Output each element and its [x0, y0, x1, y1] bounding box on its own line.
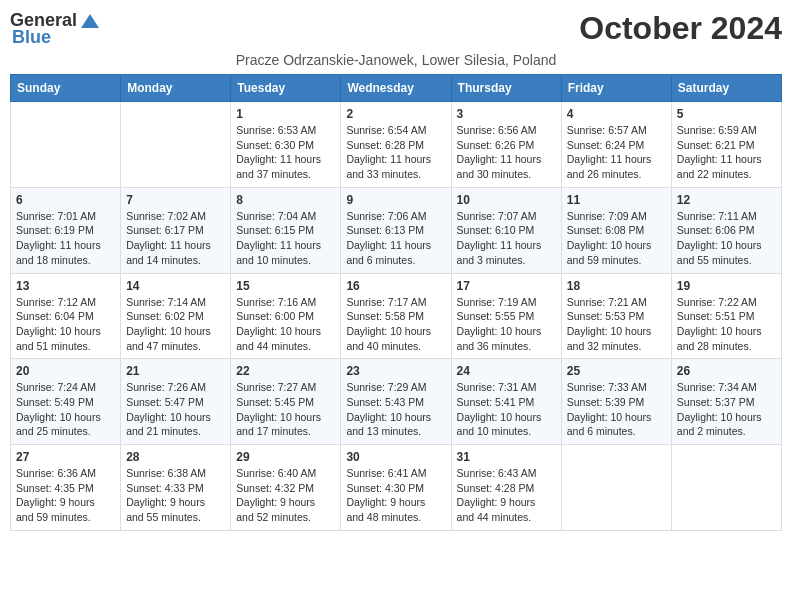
day-detail: Sunrise: 7:12 AMSunset: 6:04 PMDaylight:… [16, 295, 115, 354]
day-number: 19 [677, 279, 776, 293]
calendar-week-row: 6Sunrise: 7:01 AMSunset: 6:19 PMDaylight… [11, 187, 782, 273]
header-row: SundayMondayTuesdayWednesdayThursdayFrid… [11, 75, 782, 102]
day-detail: Sunrise: 7:16 AMSunset: 6:00 PMDaylight:… [236, 295, 335, 354]
calendar-week-row: 20Sunrise: 7:24 AMSunset: 5:49 PMDayligh… [11, 359, 782, 445]
day-detail: Sunrise: 6:40 AMSunset: 4:32 PMDaylight:… [236, 466, 335, 525]
day-number: 21 [126, 364, 225, 378]
calendar-cell: 5Sunrise: 6:59 AMSunset: 6:21 PMDaylight… [671, 102, 781, 188]
day-detail: Sunrise: 7:04 AMSunset: 6:15 PMDaylight:… [236, 209, 335, 268]
calendar-cell [671, 445, 781, 531]
day-detail: Sunrise: 6:36 AMSunset: 4:35 PMDaylight:… [16, 466, 115, 525]
day-number: 3 [457, 107, 556, 121]
calendar-cell: 17Sunrise: 7:19 AMSunset: 5:55 PMDayligh… [451, 273, 561, 359]
subtitle: Pracze Odrzanskie-Janowek, Lower Silesia… [10, 52, 782, 68]
day-number: 16 [346, 279, 445, 293]
day-detail: Sunrise: 6:57 AMSunset: 6:24 PMDaylight:… [567, 123, 666, 182]
calendar-cell: 12Sunrise: 7:11 AMSunset: 6:06 PMDayligh… [671, 187, 781, 273]
logo: General Blue [10, 10, 101, 48]
calendar-cell [11, 102, 121, 188]
logo-blue: Blue [10, 27, 51, 48]
day-of-week-header: Wednesday [341, 75, 451, 102]
month-title: October 2024 [579, 10, 782, 47]
day-detail: Sunrise: 6:53 AMSunset: 6:30 PMDaylight:… [236, 123, 335, 182]
day-number: 14 [126, 279, 225, 293]
calendar-cell: 13Sunrise: 7:12 AMSunset: 6:04 PMDayligh… [11, 273, 121, 359]
calendar-cell: 30Sunrise: 6:41 AMSunset: 4:30 PMDayligh… [341, 445, 451, 531]
calendar-cell: 24Sunrise: 7:31 AMSunset: 5:41 PMDayligh… [451, 359, 561, 445]
day-detail: Sunrise: 7:17 AMSunset: 5:58 PMDaylight:… [346, 295, 445, 354]
day-number: 22 [236, 364, 335, 378]
day-number: 12 [677, 193, 776, 207]
day-detail: Sunrise: 7:33 AMSunset: 5:39 PMDaylight:… [567, 380, 666, 439]
calendar-cell: 15Sunrise: 7:16 AMSunset: 6:00 PMDayligh… [231, 273, 341, 359]
calendar-cell: 18Sunrise: 7:21 AMSunset: 5:53 PMDayligh… [561, 273, 671, 359]
day-detail: Sunrise: 7:26 AMSunset: 5:47 PMDaylight:… [126, 380, 225, 439]
day-detail: Sunrise: 6:56 AMSunset: 6:26 PMDaylight:… [457, 123, 556, 182]
day-detail: Sunrise: 7:24 AMSunset: 5:49 PMDaylight:… [16, 380, 115, 439]
day-number: 26 [677, 364, 776, 378]
day-number: 29 [236, 450, 335, 464]
day-number: 24 [457, 364, 556, 378]
day-of-week-header: Friday [561, 75, 671, 102]
day-number: 1 [236, 107, 335, 121]
day-number: 8 [236, 193, 335, 207]
day-detail: Sunrise: 7:19 AMSunset: 5:55 PMDaylight:… [457, 295, 556, 354]
calendar-cell [561, 445, 671, 531]
day-number: 15 [236, 279, 335, 293]
calendar-cell: 6Sunrise: 7:01 AMSunset: 6:19 PMDaylight… [11, 187, 121, 273]
day-number: 27 [16, 450, 115, 464]
day-detail: Sunrise: 7:14 AMSunset: 6:02 PMDaylight:… [126, 295, 225, 354]
day-detail: Sunrise: 7:07 AMSunset: 6:10 PMDaylight:… [457, 209, 556, 268]
logo-icon [79, 12, 101, 30]
calendar-cell: 29Sunrise: 6:40 AMSunset: 4:32 PMDayligh… [231, 445, 341, 531]
day-number: 9 [346, 193, 445, 207]
day-detail: Sunrise: 7:02 AMSunset: 6:17 PMDaylight:… [126, 209, 225, 268]
calendar-cell: 21Sunrise: 7:26 AMSunset: 5:47 PMDayligh… [121, 359, 231, 445]
day-number: 7 [126, 193, 225, 207]
day-detail: Sunrise: 7:22 AMSunset: 5:51 PMDaylight:… [677, 295, 776, 354]
calendar-week-row: 1Sunrise: 6:53 AMSunset: 6:30 PMDaylight… [11, 102, 782, 188]
day-detail: Sunrise: 6:41 AMSunset: 4:30 PMDaylight:… [346, 466, 445, 525]
day-number: 23 [346, 364, 445, 378]
day-of-week-header: Saturday [671, 75, 781, 102]
calendar-cell: 10Sunrise: 7:07 AMSunset: 6:10 PMDayligh… [451, 187, 561, 273]
day-detail: Sunrise: 6:59 AMSunset: 6:21 PMDaylight:… [677, 123, 776, 182]
day-detail: Sunrise: 6:38 AMSunset: 4:33 PMDaylight:… [126, 466, 225, 525]
day-number: 17 [457, 279, 556, 293]
day-number: 11 [567, 193, 666, 207]
day-number: 25 [567, 364, 666, 378]
day-number: 10 [457, 193, 556, 207]
day-number: 13 [16, 279, 115, 293]
day-number: 4 [567, 107, 666, 121]
calendar-cell: 28Sunrise: 6:38 AMSunset: 4:33 PMDayligh… [121, 445, 231, 531]
day-of-week-header: Tuesday [231, 75, 341, 102]
day-detail: Sunrise: 6:43 AMSunset: 4:28 PMDaylight:… [457, 466, 556, 525]
calendar-cell: 2Sunrise: 6:54 AMSunset: 6:28 PMDaylight… [341, 102, 451, 188]
calendar-cell: 16Sunrise: 7:17 AMSunset: 5:58 PMDayligh… [341, 273, 451, 359]
page-header: General Blue October 2024 [10, 10, 782, 48]
day-number: 5 [677, 107, 776, 121]
day-of-week-header: Monday [121, 75, 231, 102]
day-number: 18 [567, 279, 666, 293]
day-detail: Sunrise: 7:21 AMSunset: 5:53 PMDaylight:… [567, 295, 666, 354]
day-detail: Sunrise: 7:09 AMSunset: 6:08 PMDaylight:… [567, 209, 666, 268]
day-number: 31 [457, 450, 556, 464]
day-of-week-header: Sunday [11, 75, 121, 102]
calendar-cell [121, 102, 231, 188]
day-number: 6 [16, 193, 115, 207]
calendar-cell: 11Sunrise: 7:09 AMSunset: 6:08 PMDayligh… [561, 187, 671, 273]
calendar-cell: 26Sunrise: 7:34 AMSunset: 5:37 PMDayligh… [671, 359, 781, 445]
day-detail: Sunrise: 7:11 AMSunset: 6:06 PMDaylight:… [677, 209, 776, 268]
day-detail: Sunrise: 7:27 AMSunset: 5:45 PMDaylight:… [236, 380, 335, 439]
calendar-cell: 9Sunrise: 7:06 AMSunset: 6:13 PMDaylight… [341, 187, 451, 273]
calendar-cell: 7Sunrise: 7:02 AMSunset: 6:17 PMDaylight… [121, 187, 231, 273]
calendar-cell: 31Sunrise: 6:43 AMSunset: 4:28 PMDayligh… [451, 445, 561, 531]
day-detail: Sunrise: 7:06 AMSunset: 6:13 PMDaylight:… [346, 209, 445, 268]
day-number: 2 [346, 107, 445, 121]
calendar-week-row: 27Sunrise: 6:36 AMSunset: 4:35 PMDayligh… [11, 445, 782, 531]
svg-marker-0 [81, 14, 99, 28]
calendar-cell: 25Sunrise: 7:33 AMSunset: 5:39 PMDayligh… [561, 359, 671, 445]
day-detail: Sunrise: 7:29 AMSunset: 5:43 PMDaylight:… [346, 380, 445, 439]
calendar-cell: 27Sunrise: 6:36 AMSunset: 4:35 PMDayligh… [11, 445, 121, 531]
day-number: 30 [346, 450, 445, 464]
